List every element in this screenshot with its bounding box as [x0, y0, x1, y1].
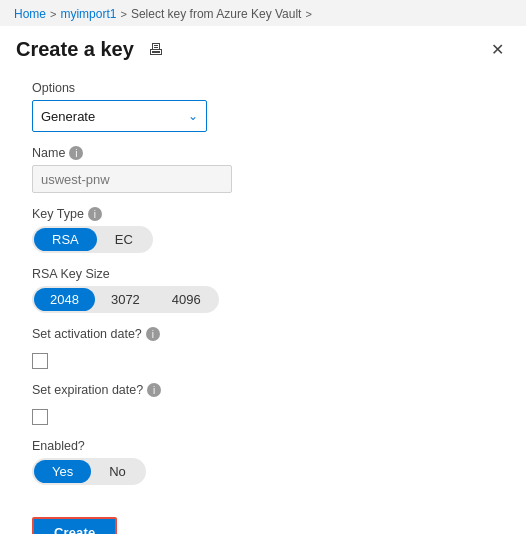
rsa-key-size-label: RSA Key Size: [32, 267, 494, 281]
enabled-no-btn[interactable]: No: [91, 460, 144, 483]
enabled-toggle: Yes No: [32, 458, 146, 485]
keysize-4096-btn[interactable]: 4096: [156, 288, 217, 311]
chevron-down-icon: ⌄: [188, 109, 198, 123]
close-icon[interactable]: ✕: [485, 38, 510, 61]
page-title: Create a key: [16, 38, 134, 61]
expiration-date-field: Set expiration date? i: [32, 383, 494, 425]
key-type-field: Key Type i RSA EC: [32, 207, 494, 253]
name-field: Name i uswest-pnw: [32, 146, 494, 193]
activation-info-icon[interactable]: i: [146, 327, 160, 341]
key-type-toggle: RSA EC: [32, 226, 153, 253]
name-input[interactable]: uswest-pnw: [32, 165, 232, 193]
breadcrumb: Home > myimport1 > Select key from Azure…: [0, 0, 526, 26]
enabled-yes-btn[interactable]: Yes: [34, 460, 91, 483]
breadcrumb-myimport[interactable]: myimport1: [60, 7, 116, 21]
breadcrumb-home[interactable]: Home: [14, 7, 46, 21]
key-type-info-icon[interactable]: i: [88, 207, 102, 221]
expiration-date-label: Set expiration date? i: [32, 383, 494, 397]
panel-header: Create a key 🖶 ✕: [0, 26, 526, 61]
key-type-rsa-btn[interactable]: RSA: [34, 228, 97, 251]
key-type-ec-btn[interactable]: EC: [97, 228, 151, 251]
keysize-2048-btn[interactable]: 2048: [34, 288, 95, 311]
breadcrumb-sep-3: >: [305, 8, 311, 20]
expiration-checkbox[interactable]: [32, 409, 48, 425]
breadcrumb-selectkey: Select key from Azure Key Vault: [131, 7, 302, 21]
create-button[interactable]: Create: [32, 517, 117, 534]
enabled-field: Enabled? Yes No: [32, 439, 494, 485]
options-field: Options Generate ⌄: [32, 81, 494, 132]
panel-footer: Create: [0, 505, 526, 534]
name-label: Name i: [32, 146, 494, 160]
rsa-key-size-toggle: 2048 3072 4096: [32, 286, 219, 313]
form-body: Options Generate ⌄ Name i uswest-pnw Key…: [0, 61, 526, 505]
activation-checkbox[interactable]: [32, 353, 48, 369]
key-type-label: Key Type i: [32, 207, 494, 221]
name-info-icon[interactable]: i: [69, 146, 83, 160]
print-icon[interactable]: 🖶: [148, 41, 164, 59]
activation-date-label: Set activation date? i: [32, 327, 494, 341]
rsa-key-size-field: RSA Key Size 2048 3072 4096: [32, 267, 494, 313]
enabled-label: Enabled?: [32, 439, 494, 453]
breadcrumb-sep-1: >: [50, 8, 56, 20]
keysize-3072-btn[interactable]: 3072: [95, 288, 156, 311]
options-value: Generate: [41, 109, 95, 124]
options-label: Options: [32, 81, 494, 95]
breadcrumb-sep-2: >: [120, 8, 126, 20]
create-key-panel: Home > myimport1 > Select key from Azure…: [0, 0, 526, 534]
activation-date-field: Set activation date? i: [32, 327, 494, 369]
expiration-info-icon[interactable]: i: [147, 383, 161, 397]
options-dropdown[interactable]: Generate ⌄: [32, 100, 207, 132]
